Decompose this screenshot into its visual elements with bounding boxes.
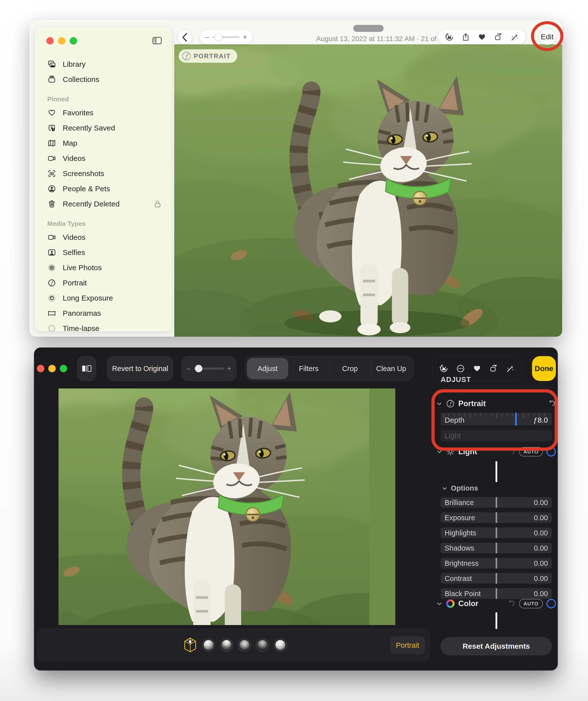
zoom-out-button[interactable]: – <box>186 365 191 373</box>
color-strip-indicator[interactable] <box>495 612 497 629</box>
minimize-window-button[interactable] <box>58 37 65 45</box>
reset-portrait-button[interactable] <box>547 400 556 408</box>
zoom-knob[interactable] <box>195 365 202 372</box>
color-saturation-strip[interactable] <box>440 612 552 629</box>
minimize-window-button[interactable] <box>48 365 56 372</box>
zoom-slider[interactable]: – + <box>200 30 252 44</box>
reset-adjustments-button[interactable]: Reset Adjustments <box>440 637 552 655</box>
high-key-light-mono-button[interactable] <box>274 639 287 652</box>
person-circle-icon <box>47 184 56 193</box>
color-enabled-toggle[interactable] <box>546 599 556 608</box>
sidebar-item-videos[interactable]: Videos <box>35 151 172 166</box>
shadows-slider[interactable]: Shadows 0.00 <box>440 543 552 553</box>
revert-to-original-button[interactable]: Revert to Original <box>107 356 173 381</box>
light-enabled-toggle[interactable] <box>546 447 556 456</box>
collections-icon <box>47 75 56 84</box>
zoom-in-button[interactable]: + <box>242 33 248 41</box>
sidebar-item-portrait[interactable]: ƒ Portrait <box>35 275 172 290</box>
zoom-window-button[interactable] <box>70 37 77 45</box>
sidebar-item-label: Favorites <box>63 108 93 117</box>
zoom-track[interactable] <box>194 368 224 370</box>
photos-edit-window: Revert to Original – + Adjust Filters Cr… <box>34 347 558 670</box>
depth-indicator[interactable] <box>515 413 517 426</box>
slider-indicator[interactable] <box>496 543 497 553</box>
zoom-slider[interactable]: – + <box>182 356 236 381</box>
exposure-slider[interactable]: Exposure 0.00 <box>440 512 552 523</box>
rotate-button[interactable] <box>493 32 503 42</box>
window-controls <box>46 37 77 45</box>
sidebar-item-recently-saved[interactable]: Recently Saved <box>35 120 172 136</box>
contrast-slider[interactable]: Contrast 0.00 <box>440 573 552 584</box>
contour-light-button[interactable] <box>220 639 233 652</box>
close-window-button[interactable] <box>46 37 54 45</box>
slider-indicator[interactable] <box>496 512 497 523</box>
reset-color-button[interactable] <box>507 600 516 608</box>
stage-light-mono-button[interactable] <box>256 639 269 652</box>
screenshot-icon <box>47 169 56 178</box>
compare-before-after-button[interactable] <box>77 356 96 381</box>
sidebar-item-time-lapse[interactable]: Time-lapse <box>35 321 172 331</box>
heart-outline-icon <box>47 108 56 117</box>
slider-indicator[interactable] <box>496 573 497 584</box>
cat-photo <box>58 389 395 625</box>
sidebar-item-panoramas[interactable]: Panoramas <box>35 305 172 321</box>
chevron-down-icon[interactable] <box>436 401 443 407</box>
dot-separator: · <box>417 35 419 43</box>
zoom-in-button[interactable]: + <box>227 365 232 373</box>
color-auto-button[interactable]: AUTO <box>519 599 543 608</box>
stage-light-button[interactable] <box>238 639 251 652</box>
chevron-down-icon[interactable] <box>436 601 443 607</box>
sidebar-item-recently-deleted[interactable]: Recently Deleted <box>35 196 172 211</box>
rotate-icon <box>494 33 503 42</box>
chevron-down-icon[interactable] <box>436 449 443 455</box>
tab-clean-up[interactable]: Clean Up <box>371 358 412 379</box>
tab-crop[interactable]: Crop <box>329 358 371 379</box>
brightness-slider[interactable]: Brightness 0.00 <box>440 558 552 568</box>
slider-indicator[interactable] <box>496 558 497 568</box>
sidebar-item-selfies[interactable]: Selfies <box>35 245 172 260</box>
sidebar-toggle-button[interactable] <box>152 36 162 46</box>
magic-wand-icon <box>510 33 519 42</box>
sidebar-item-people-pets[interactable]: People & Pets <box>35 181 172 196</box>
favorite-button[interactable] <box>477 32 487 42</box>
brilliance-slider[interactable]: Brilliance 0.00 <box>440 497 552 508</box>
slider-value: 0.00 <box>534 590 548 598</box>
slider-indicator[interactable] <box>496 527 497 538</box>
light-strength-strip[interactable] <box>440 461 552 482</box>
sidebar-item-videos-media[interactable]: Videos <box>35 230 172 245</box>
slider-indicator[interactable] <box>496 497 497 508</box>
depth-slider[interactable]: Depth ƒ8.0 <box>440 413 552 426</box>
sidebar-item-label: Panoramas <box>63 309 101 317</box>
share-button[interactable] <box>461 32 471 42</box>
sidebar-item-library[interactable]: Library <box>35 56 172 72</box>
visual-lookup-pet-button[interactable] <box>445 32 454 42</box>
sidebar-item-live-photos[interactable]: Live Photos <box>35 260 172 275</box>
highlights-slider[interactable]: Highlights 0.00 <box>440 527 552 538</box>
zoom-out-button[interactable]: – <box>204 33 210 41</box>
sidebar-item-collections[interactable]: Collections <box>35 72 172 87</box>
edit-button[interactable]: Edit <box>539 29 555 45</box>
studio-light-button[interactable] <box>202 639 215 652</box>
light-strip-indicator[interactable] <box>495 461 497 482</box>
sidebar-item-screenshots[interactable]: Screenshots <box>35 166 172 181</box>
zoom-knob[interactable] <box>215 33 222 41</box>
selfie-icon <box>47 248 56 257</box>
sidebar-item-long-exposure[interactable]: Long Exposure <box>35 290 172 305</box>
portrait-mode-button[interactable]: Portrait <box>390 636 425 654</box>
zoom-window-button[interactable] <box>60 365 67 372</box>
back-button[interactable] <box>178 30 192 44</box>
sidebar-item-label: Videos <box>63 233 85 242</box>
reset-light-button[interactable] <box>507 448 516 456</box>
options-header[interactable]: Options <box>442 484 478 492</box>
sidebar-item-label: Live Photos <box>63 263 102 272</box>
sidebar-item-favorites[interactable]: Favorites <box>35 105 172 120</box>
tab-filters[interactable]: Filters <box>288 358 330 379</box>
light-auto-button[interactable]: AUTO <box>519 447 543 456</box>
natural-light-cube-icon[interactable] <box>183 637 197 653</box>
sidebar-item-map[interactable]: Map <box>35 136 172 151</box>
portrait-badge-label: PORTRAIT <box>194 52 231 60</box>
auto-enhance-button[interactable] <box>510 32 520 42</box>
zoom-track[interactable] <box>213 36 240 38</box>
tab-adjust[interactable]: Adjust <box>247 358 288 379</box>
close-window-button[interactable] <box>37 365 44 372</box>
